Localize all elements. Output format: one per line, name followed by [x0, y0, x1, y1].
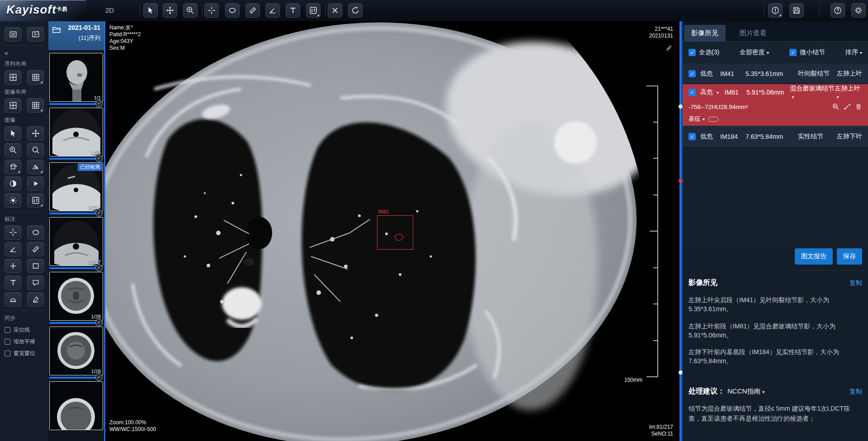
thumbnail-series-4[interactable]: 1/217 ✓ [49, 217, 103, 269]
image-pointer-button[interactable] [5, 126, 21, 141]
feature-toggle[interactable] [708, 117, 718, 122]
check-icon[interactable]: ✓ [95, 209, 103, 217]
annotate-point-button[interactable] [5, 259, 21, 273]
thumbnail-series-7[interactable] [49, 381, 103, 430]
trash-icon[interactable] [855, 103, 862, 110]
help-button[interactable] [830, 3, 845, 18]
window-level-tool-button[interactable] [306, 3, 321, 18]
image-flip-button[interactable] [27, 160, 44, 174]
window-preset-button[interactable] [27, 193, 44, 208]
caret-down-icon: ▾ [860, 50, 862, 55]
section-series-layout-label: 序列布局 [5, 60, 44, 68]
nodule-roi-box[interactable]: IM81 [377, 215, 413, 250]
annotate-ellipse-button[interactable] [27, 225, 44, 240]
series-panel-toggle-button[interactable] [5, 27, 21, 42]
nodule-checkbox[interactable]: ✓ [689, 133, 696, 140]
nodule-checkbox[interactable]: ✓ [689, 89, 696, 96]
save-button[interactable]: 保存 [837, 248, 862, 265]
checkbox-unchecked[interactable] [5, 351, 10, 356]
nodule-row-im81-selected[interactable]: ✓ 高危 ▾ IM81 5.91*5.06mm 混合磨玻璃结节▾ 左肺上叶▾ -… [683, 84, 868, 126]
sort-dropdown[interactable]: 排序 [845, 48, 858, 57]
thumbnail-series-2[interactable]: 1/55 ✓ [49, 108, 103, 160]
reset-view-button[interactable] [348, 3, 363, 18]
sync-option-localizer[interactable]: 定位线 [5, 326, 44, 334]
image-zoom-in-button[interactable] [5, 143, 21, 157]
micro-nodule-checkbox[interactable]: ✓ [789, 49, 797, 56]
angle-tool-button[interactable] [265, 3, 280, 18]
guideline-dropdown[interactable]: NCCN指南▾ [727, 387, 764, 396]
nodule-size: 7.63*5.84mm [745, 133, 798, 140]
image-layout-3x3-button[interactable] [27, 98, 44, 113]
sync-option-window[interactable]: 窗宽窗位 [5, 350, 44, 357]
tab-image-findings[interactable]: 影像所见 [684, 25, 726, 42]
study-header[interactable]: 2021-01-31 (11)序列 [48, 21, 104, 50]
sync-option-zoom-pan[interactable]: 缩放平移 [5, 338, 44, 346]
image-invert-button[interactable] [5, 176, 21, 191]
ruler-tool-button[interactable] [245, 3, 260, 18]
compare-icon[interactable] [844, 103, 851, 110]
annotate-eraser-button[interactable] [27, 292, 44, 307]
copy-advice-link[interactable]: 复制 [849, 388, 862, 396]
grid-3x3-icon [32, 73, 40, 81]
settings-button[interactable] [851, 3, 866, 18]
pointer-tool-button[interactable] [143, 3, 158, 18]
scale-label: 150mm [624, 377, 642, 383]
nodule-row-im41[interactable]: ✓ 低危 IM41 5.35*3.61mm 叶间裂结节 左肺上叶 [683, 63, 868, 84]
image-layout-2x2-button[interactable] [5, 98, 21, 113]
annotate-ruler-button[interactable] [27, 242, 44, 256]
annotate-crosshair-button[interactable] [5, 225, 21, 240]
link-icon[interactable] [665, 45, 672, 52]
zoom-tool-button[interactable] [183, 3, 198, 18]
nodule-type-dropdown[interactable]: 混合磨玻璃结节▾ [790, 85, 835, 100]
select-all-checkbox[interactable]: ✓ [689, 49, 696, 56]
check-icon[interactable]: ✓ [95, 264, 103, 271]
series-layout-3x3-button[interactable] [27, 70, 44, 85]
density-filter-dropdown[interactable]: 全部密度 [740, 48, 765, 57]
layout-panel-toggle-button[interactable] [27, 27, 44, 42]
nodule-location-dropdown[interactable]: 左肺上叶▾ [835, 85, 862, 100]
patient-name: Name:吴* [109, 24, 141, 31]
slice-scrollbar[interactable] [679, 21, 682, 441]
collapse-sidebar-button[interactable]: « [5, 49, 44, 57]
magnify-nodule-icon[interactable] [832, 103, 840, 110]
annotate-text-button[interactable] [5, 275, 21, 290]
checkbox-unchecked[interactable] [5, 327, 10, 333]
thumbnail-scout[interactable]: 1/1 ✓ [49, 53, 103, 105]
cine-play-button[interactable] [27, 176, 44, 191]
feature-dropdown[interactable]: 表征▾ [689, 115, 705, 123]
image-rotate-button[interactable] [5, 160, 21, 174]
text-tool-button[interactable] [286, 3, 300, 18]
search-icon [32, 146, 40, 154]
ellipse-tool-button[interactable] [225, 3, 240, 18]
thumbnail-series-3-detected[interactable]: 已经检测 1/217 ✓ [49, 162, 103, 214]
thumbnail-series-6[interactable]: 1/28 ✓ [49, 327, 103, 379]
save-study-button[interactable] [789, 3, 804, 18]
tab-picture-view[interactable]: 图片查看 [732, 25, 774, 42]
folder-icon [52, 25, 61, 34]
image-pan-button[interactable] [27, 126, 44, 141]
check-icon[interactable]: ✓ [95, 319, 103, 326]
caret-down-icon: ▾ [767, 50, 769, 55]
annotate-callout-button[interactable] [27, 275, 44, 290]
delete-annotation-button[interactable] [328, 3, 342, 18]
report-button[interactable]: 图文报告 [795, 248, 833, 265]
copy-findings-link[interactable]: 复制 [849, 279, 862, 287]
check-icon[interactable]: ✓ [95, 155, 103, 162]
nodule-risk-dropdown[interactable]: 高危 ▾ [700, 88, 725, 96]
crosshair-tool-button[interactable] [204, 3, 219, 18]
annotate-angle-button[interactable] [5, 242, 21, 256]
series-layout-2x2-button[interactable] [5, 70, 21, 85]
annotate-arch-button[interactable] [5, 292, 21, 307]
checkbox-unchecked[interactable] [5, 339, 10, 345]
thumbnail-series-5[interactable]: 1/28 ✓ [49, 272, 103, 324]
pan-tool-button[interactable] [163, 3, 177, 18]
brightness-button[interactable] [5, 193, 21, 208]
check-icon[interactable]: ✓ [95, 374, 103, 381]
ct-viewport[interactable]: 150mm Name:吴* Patid:R*****2 Age:043Y Sex… [105, 21, 679, 441]
nodule-checkbox[interactable]: ✓ [689, 70, 696, 77]
alert-info-button[interactable] [768, 3, 783, 18]
nodule-row-im184[interactable]: ✓ 低危 IM184 7.63*5.84mm 实性结节 左肺下叶 [683, 126, 868, 147]
check-icon[interactable]: ✓ [95, 100, 103, 107]
image-magnifier-button[interactable] [27, 143, 44, 157]
annotate-rectangle-button[interactable] [27, 259, 44, 273]
